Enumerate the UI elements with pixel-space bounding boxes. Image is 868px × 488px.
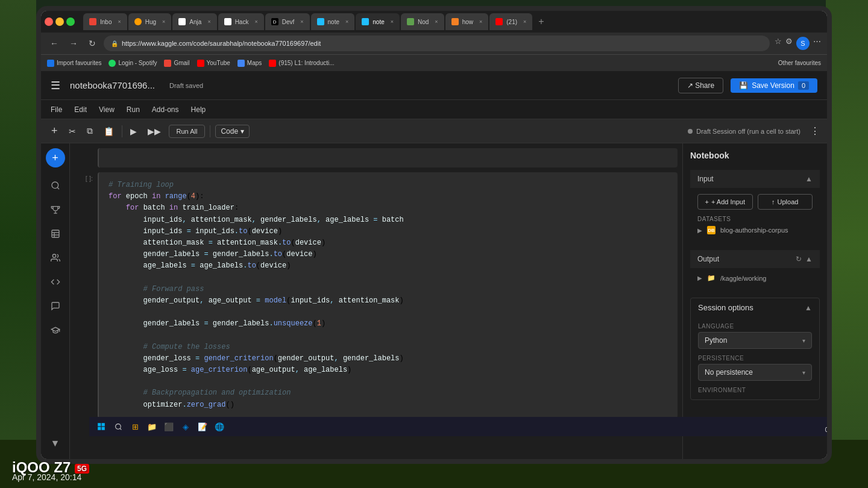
bookmark-gmail[interactable]: Gmail: [164, 60, 189, 67]
url-text: https://www.kaggle.com/code/saurabhalp/n…: [122, 40, 321, 47]
language-select[interactable]: Python ▾: [698, 332, 812, 349]
cell-wrapper-empty: [75, 148, 678, 167]
back-btn[interactable]: ←: [47, 37, 61, 49]
output-section-header[interactable]: Output ↻ ▲: [690, 250, 820, 268]
run-all-prev-btn[interactable]: ▶▶: [145, 125, 164, 138]
run-btn[interactable]: ▶: [127, 125, 140, 138]
close-btn[interactable]: [45, 17, 53, 26]
session-options-content: LANGUAGE Python ▾ PERSIS: [691, 317, 819, 399]
menu-help[interactable]: Help: [191, 105, 206, 114]
session-indicator: Draft Session off (run a cell to start): [688, 128, 800, 135]
sidebar-icon-trophy[interactable]: [45, 199, 66, 221]
taskbar-time: 08:14 PM 07-04-2024: [825, 420, 827, 433]
svg-point-6: [52, 254, 55, 257]
forward-btn[interactable]: →: [66, 37, 81, 49]
tab-how[interactable]: how ×: [445, 13, 489, 30]
maximize-btn[interactable]: [66, 17, 75, 26]
menu-edit[interactable]: Edit: [74, 105, 87, 114]
code-cell-training[interactable]: # Training loop for epoch in range(4): f…: [98, 172, 678, 418]
right-panel: Notebook Input ▲ + + Add Input: [682, 143, 827, 459]
tab-anja[interactable]: Anja ×: [172, 13, 216, 30]
tab-nod[interactable]: Nod ×: [401, 13, 444, 30]
vscode-icon[interactable]: ◈: [178, 419, 193, 434]
minimize-btn[interactable]: [55, 17, 64, 26]
menu-view[interactable]: View: [99, 105, 115, 114]
paste-btn[interactable]: 📋: [101, 125, 117, 138]
bookmark-spotify[interactable]: Login - Spotify: [108, 60, 157, 67]
address-bar[interactable]: 🔒 https://www.kaggle.com/code/saurabhalp…: [104, 36, 770, 51]
copy-btn[interactable]: ⧉: [84, 124, 96, 138]
session-options-header[interactable]: Session options ▲: [691, 298, 819, 317]
output-path: /kaggle/working: [720, 275, 766, 282]
widgets-icon[interactable]: ⊞: [128, 419, 142, 434]
dataset-item[interactable]: ▶ DB blog-authorship-corpus: [697, 226, 813, 234]
run-all-button[interactable]: Run All: [169, 125, 206, 138]
plus-icon: +: [705, 198, 709, 205]
bookmark-youtube[interactable]: YouTube: [197, 60, 230, 67]
tab-hug[interactable]: Hug ×: [128, 13, 172, 30]
tab-devf[interactable]: D Devf ×: [265, 13, 310, 30]
output-section-content: ▶ 📁 /kaggle/working: [690, 268, 820, 288]
sidebar-icon-collapse[interactable]: ▼: [45, 433, 66, 454]
sidebar-icon-graduation[interactable]: [45, 319, 66, 341]
save-version-button[interactable]: 💾 Save Version 0: [731, 78, 817, 93]
input-section-header[interactable]: Input ▲: [690, 170, 820, 188]
menu-addons[interactable]: Add-ons: [152, 105, 179, 114]
output-item[interactable]: ▶ 📁 /kaggle/working: [697, 274, 813, 282]
tab-inbox[interactable]: Inbo ×: [83, 13, 127, 30]
code-type-dropdown[interactable]: Code ▾: [215, 125, 250, 138]
cell-training-loop: [ ]: # Training loop for epoch in range(…: [75, 172, 678, 418]
bookmark-l1[interactable]: (915) L1: Introducti...: [269, 60, 334, 67]
profile-icon[interactable]: S: [796, 37, 810, 50]
bookmark-maps[interactable]: Maps: [237, 60, 262, 67]
terminal-icon[interactable]: ⬛: [162, 419, 176, 434]
bookmark-import[interactable]: Import favourites: [47, 60, 101, 67]
edge-icon[interactable]: 🌐: [212, 419, 227, 434]
browser-chrome: Inbo × Hug × Anja × Hack ×: [41, 11, 827, 71]
refresh-btn[interactable]: ↻: [86, 37, 99, 49]
tab-21[interactable]: (21) ×: [489, 13, 532, 30]
input-action-btns: + + Add Input ↑ Upload: [697, 194, 813, 210]
share-icon: ↗: [687, 81, 693, 90]
sidebar-icon-people[interactable]: [45, 247, 66, 269]
tab-note1[interactable]: note ×: [311, 13, 355, 30]
session-status-text: Draft Session off (run a cell to start): [696, 128, 800, 135]
search-taskbar-icon[interactable]: [111, 419, 125, 434]
menu-run[interactable]: Run: [127, 105, 140, 114]
tab-hack[interactable]: Hack ×: [218, 13, 264, 30]
extension-icon[interactable]: ⚙: [785, 37, 793, 50]
bookmark-other[interactable]: Other favourites: [778, 60, 821, 66]
upload-button[interactable]: ↑ Upload: [758, 194, 813, 210]
more-options-btn[interactable]: ⋮: [810, 125, 820, 137]
sidebar-icon-table[interactable]: [45, 223, 66, 245]
new-tab-btn[interactable]: +: [533, 16, 549, 27]
menu-file[interactable]: File: [51, 105, 62, 114]
persistence-select[interactable]: No persistence ▾: [698, 364, 812, 381]
hamburger-icon[interactable]: ☰: [51, 79, 60, 92]
language-field: LANGUAGE Python ▾: [698, 323, 812, 349]
svg-line-12: [120, 428, 121, 430]
sticky-icon[interactable]: 📝: [195, 419, 210, 434]
bookmark-icon[interactable]: ☆: [775, 37, 782, 50]
add-cell-btn[interactable]: +: [48, 123, 61, 139]
dataset-name: blog-authorship-corpus: [720, 227, 788, 234]
add-button[interactable]: +: [46, 148, 65, 167]
svg-line-1: [57, 187, 59, 189]
datasets-label: DATASETS: [697, 216, 813, 222]
cut-btn[interactable]: ✂: [66, 125, 79, 138]
sidebar-icon-search[interactable]: [45, 175, 66, 196]
add-input-button[interactable]: + + Add Input: [697, 194, 753, 210]
more-icon[interactable]: ⋯: [813, 37, 821, 50]
share-button[interactable]: ↗ Share: [678, 78, 723, 93]
tab-note2-active[interactable]: note ×: [356, 13, 400, 30]
lock-icon: 🔒: [111, 40, 118, 47]
refresh-output-icon[interactable]: ↻: [796, 255, 802, 263]
editor-area[interactable]: [ ]: # Training loop for epoch in range(…: [70, 143, 682, 459]
sidebar-icon-code[interactable]: [45, 271, 66, 293]
files-icon[interactable]: 📁: [145, 419, 159, 434]
sidebar-icon-chat[interactable]: [45, 295, 66, 317]
session-options-title: Session options: [698, 303, 753, 312]
code-cell-empty[interactable]: [98, 148, 678, 167]
save-icon: 💾: [739, 81, 748, 90]
windows-icon[interactable]: [94, 419, 108, 434]
